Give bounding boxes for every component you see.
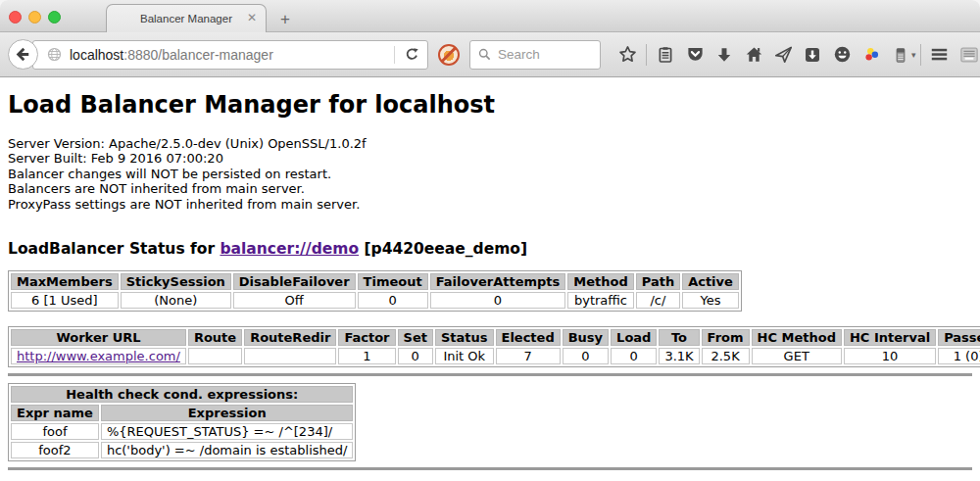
cell-worker-url: http://www.example.com/: [11, 348, 186, 364]
traffic-lights: [9, 11, 61, 24]
inherit-notice-line: Balancers are NOT inherited from main se…: [8, 181, 972, 196]
search-box[interactable]: [469, 40, 601, 70]
server-info: Server Version: Apache/2.5.0-dev (Unix) …: [8, 136, 972, 212]
col-hc-method: HC Method: [752, 329, 842, 346]
close-window-button[interactable]: [9, 11, 22, 24]
persist-notice-line: Balancer changes will NOT be persisted o…: [8, 167, 972, 181]
new-tab-button[interactable]: +: [280, 11, 290, 27]
server-version-line: Server Version: Apache/2.5.0-dev (Unix) …: [8, 136, 972, 151]
col-to: To: [659, 329, 699, 346]
cell-status: Init Ok: [435, 348, 494, 364]
col-worker-url: Worker URL: [11, 329, 186, 346]
col-maxmembers: MaxMembers: [11, 273, 119, 290]
col-timeout: Timeout: [358, 273, 428, 290]
cell-stickysession: (None): [121, 292, 231, 309]
col-active: Active: [682, 273, 739, 290]
table-row: foof %{REQUEST_STATUS} =~ /^[234]/: [11, 423, 353, 440]
cell-failoverattempts: 0: [430, 292, 566, 309]
col-route: Route: [188, 329, 242, 346]
cell-factor: 1: [338, 348, 395, 364]
balancer-link[interactable]: balancer://demo: [220, 240, 359, 258]
download-icon[interactable]: [710, 40, 739, 70]
col-expr-name: Expr name: [11, 405, 99, 421]
menu-icon[interactable]: [925, 40, 955, 70]
col-set: Set: [398, 329, 433, 346]
bookmark-star-icon[interactable]: [612, 40, 642, 70]
col-method: Method: [567, 273, 633, 290]
url-bar[interactable]: localhost:8880/balancer-manager: [32, 40, 428, 70]
table-title-row: Health check cond. expressions:: [11, 386, 353, 403]
lb-heading-suffix: [p4420eeae_demo]: [365, 240, 528, 258]
pocket-icon[interactable]: [680, 40, 710, 70]
page-content: Load Balancer Manager for localhost Serv…: [0, 77, 980, 480]
cell-from: 2.5K: [702, 348, 750, 364]
col-failoverattempts: FailoverAttempts: [430, 273, 566, 290]
colored-dots-icon[interactable]: [857, 40, 886, 70]
cell-maxmembers: 6 [1 Used]: [11, 292, 119, 309]
table-row: foof2 hc('body') =~ /domain is establish…: [11, 442, 353, 458]
tab-title: Balancer Manager: [140, 13, 232, 24]
search-input[interactable]: [498, 47, 594, 62]
url-path: :8880/balancer-manager: [123, 47, 273, 63]
keyboard-icon[interactable]: [955, 40, 980, 70]
loadbalancer-heading: LoadBalancer Status for balancer://demo …: [8, 240, 972, 258]
worker-table: Worker URL Route RouteRedir Factor Set S…: [8, 326, 980, 367]
zoom-window-button[interactable]: [48, 11, 61, 24]
tab-close-icon[interactable]: ✕: [247, 12, 257, 24]
cell-set: 0: [398, 348, 433, 364]
clipboard-icon[interactable]: [651, 40, 680, 70]
cell-elected: 7: [496, 348, 561, 364]
cell-path: /c/: [636, 292, 680, 309]
title-bar: Balancer Manager ✕ +: [0, 0, 980, 32]
navigation-toolbar: localhost:8880/balancer-manager: [0, 32, 980, 77]
box-download-icon[interactable]: [798, 40, 827, 70]
col-elected: Elected: [496, 329, 561, 346]
cell-expression: %{REQUEST_STATUS} =~ /^[234]/: [101, 423, 354, 440]
search-icon: [478, 48, 491, 61]
flash-blocked-icon[interactable]: [437, 43, 461, 67]
col-status: Status: [435, 329, 494, 346]
browser-window: Balancer Manager ✕ + localhost:8880/bala…: [0, 0, 980, 481]
cell-active: Yes: [682, 292, 739, 309]
balancer-params-table: MaxMembers StickySession DisableFailover…: [8, 270, 742, 312]
col-path: Path: [636, 273, 680, 290]
cell-load: 0: [611, 348, 657, 364]
table-row: http://www.example.com/ 1 0 Init Ok 7 0 …: [11, 348, 980, 364]
server-built-line: Server Built: Feb 9 2016 07:00:20: [8, 151, 972, 166]
cell-hc-method: GET: [752, 348, 842, 364]
toolbar-separator: [646, 44, 647, 66]
cell-expr-name: foof: [11, 423, 99, 440]
globe-icon[interactable]: [47, 47, 62, 62]
cell-routeredir: [244, 348, 336, 364]
lb-heading-prefix: LoadBalancer Status for: [8, 240, 215, 258]
worker-url-link[interactable]: http://www.example.com/: [17, 349, 180, 363]
col-load: Load: [611, 329, 657, 346]
send-plane-icon[interactable]: [768, 40, 798, 70]
back-button[interactable]: [8, 39, 38, 70]
toolbar-separator: [920, 44, 921, 66]
smiley-icon[interactable]: [827, 40, 857, 70]
col-factor: Factor: [338, 329, 395, 346]
tab-balancer-manager[interactable]: Balancer Manager ✕: [106, 4, 267, 32]
url-domain: localhost: [70, 47, 123, 63]
table-row: 6 [1 Used] (None) Off 0 0 bytraffic /c/ …: [11, 292, 739, 309]
health-check-table: Health check cond. expressions: Expr nam…: [8, 383, 356, 461]
cell-method: bytraffic: [567, 292, 633, 309]
col-disablefailover: DisableFailover: [233, 273, 356, 290]
col-busy: Busy: [563, 329, 609, 346]
cell-timeout: 0: [358, 292, 428, 309]
table-header-row: Worker URL Route RouteRedir Factor Set S…: [11, 329, 980, 346]
home-icon[interactable]: [739, 40, 768, 70]
col-expression: Expression: [101, 405, 354, 421]
col-hc-interval: HC Interval: [844, 329, 936, 346]
divider: [8, 467, 972, 470]
reload-button[interactable]: [396, 41, 427, 69]
cell-busy: 0: [563, 348, 609, 364]
health-table-title: Health check cond. expressions:: [11, 386, 353, 403]
cell-route: [188, 348, 242, 364]
minimize-window-button[interactable]: [28, 11, 41, 24]
page-title: Load Balancer Manager for localhost: [8, 91, 972, 119]
toolbar-icons: ▾: [612, 40, 980, 70]
dropdown-caret-icon[interactable]: ▾: [911, 50, 916, 60]
back-icon: [15, 46, 31, 63]
